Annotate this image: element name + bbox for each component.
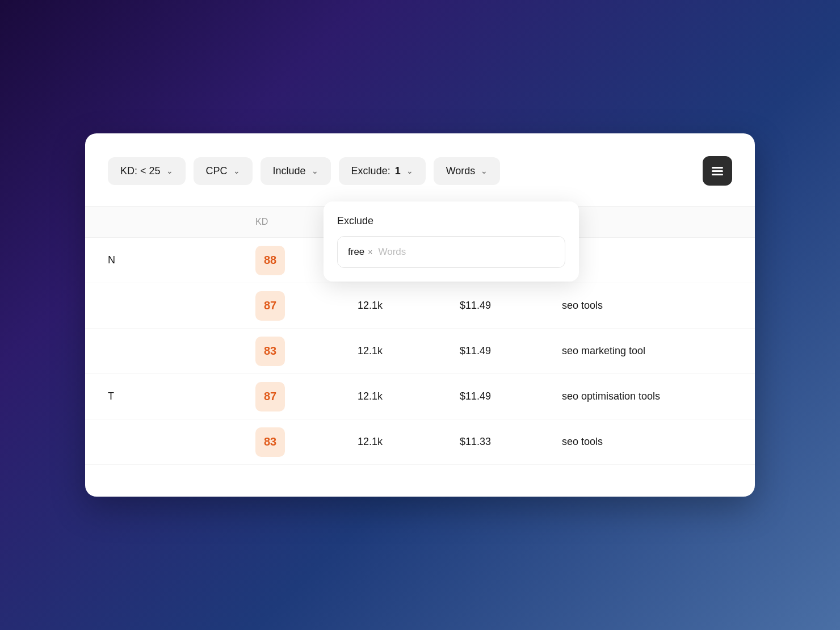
words-filter-button[interactable]: Words ⌄ xyxy=(434,157,501,185)
more-options-button[interactable] xyxy=(703,156,732,186)
include-filter-label: Include xyxy=(273,165,306,177)
cpc-cell: $11.33 xyxy=(460,436,562,448)
exclude-filter-label: Exclude: xyxy=(351,165,390,177)
keyword-name: T xyxy=(108,390,255,402)
table-row: T 87 12.1k $11.49 seo optimisation tools xyxy=(85,374,755,419)
kd-badge: 83 xyxy=(255,337,285,366)
kd-chevron-icon: ⌄ xyxy=(166,166,173,175)
hamburger-icon xyxy=(712,170,723,172)
cpc-filter-button[interactable]: CPC ⌄ xyxy=(194,157,253,185)
kd-badge: 83 xyxy=(255,427,285,457)
exclude-filter-button[interactable]: Exclude: 1 ⌄ xyxy=(339,157,426,185)
main-card: KD: < 25 ⌄ CPC ⌄ Include ⌄ Exclude: 1 ⌄ … xyxy=(85,133,755,497)
cpc-cell: $11.49 xyxy=(460,390,562,402)
volume-cell: 12.1k xyxy=(358,436,460,448)
cpc-filter-label: CPC xyxy=(206,165,228,177)
words-chevron-icon: ⌄ xyxy=(481,166,488,175)
volume-cell: 12.1k xyxy=(358,345,460,357)
include-filter-button[interactable]: Include ⌄ xyxy=(261,157,331,185)
table-row: 83 12.1k $11.33 seo tools xyxy=(85,419,755,465)
kd-filter-button[interactable]: KD: < 25 ⌄ xyxy=(108,157,186,185)
col-extra xyxy=(562,207,732,237)
table-row: 83 12.1k $11.49 seo marketing tool xyxy=(85,329,755,374)
cpc-chevron-icon: ⌄ xyxy=(233,166,240,175)
kd-cell: 87 xyxy=(255,291,358,321)
keyword-name: N xyxy=(108,254,255,266)
volume-cell: 12.1k xyxy=(358,300,460,312)
exclude-tag-text: free xyxy=(348,246,364,258)
volume-cell: 12.1k xyxy=(358,390,460,402)
kd-cell: 83 xyxy=(255,337,358,366)
exclude-chevron-icon: ⌄ xyxy=(406,166,413,175)
include-chevron-icon: ⌄ xyxy=(312,166,318,175)
kd-badge: 88 xyxy=(255,246,285,275)
keyword-text-cell: seo tools xyxy=(562,300,732,312)
kd-filter-label: KD: < 25 xyxy=(120,165,161,177)
table-row: 87 12.1k $11.49 seo tools xyxy=(85,283,755,329)
exclude-tag: free × xyxy=(348,246,372,258)
kd-badge: 87 xyxy=(255,291,285,321)
words-filter-label: Words xyxy=(446,165,476,177)
keyword-text-cell: seo tools xyxy=(562,436,732,448)
col-keyword xyxy=(108,207,255,237)
cpc-cell: $11.49 xyxy=(460,300,562,312)
exclude-words-placeholder[interactable]: Words xyxy=(378,246,406,258)
keyword-text-cell: seo optimisation tools xyxy=(562,390,732,402)
keyword-text-cell: seo marketing tool xyxy=(562,345,732,357)
toolbar: KD: < 25 ⌄ CPC ⌄ Include ⌄ Exclude: 1 ⌄ … xyxy=(85,156,755,206)
cpc-cell: $11.49 xyxy=(460,345,562,357)
exclude-input-area[interactable]: free × Words xyxy=(337,236,565,268)
exclude-count-badge: 1 xyxy=(395,165,401,177)
tag-close-icon[interactable]: × xyxy=(368,247,372,257)
kd-cell: 87 xyxy=(255,382,358,411)
exclude-dropdown-title: Exclude xyxy=(337,215,565,227)
kd-cell: 83 xyxy=(255,427,358,457)
exclude-dropdown: Exclude free × Words xyxy=(324,201,579,282)
kd-badge: 87 xyxy=(255,382,285,411)
kd-col-label: KD xyxy=(255,217,268,227)
